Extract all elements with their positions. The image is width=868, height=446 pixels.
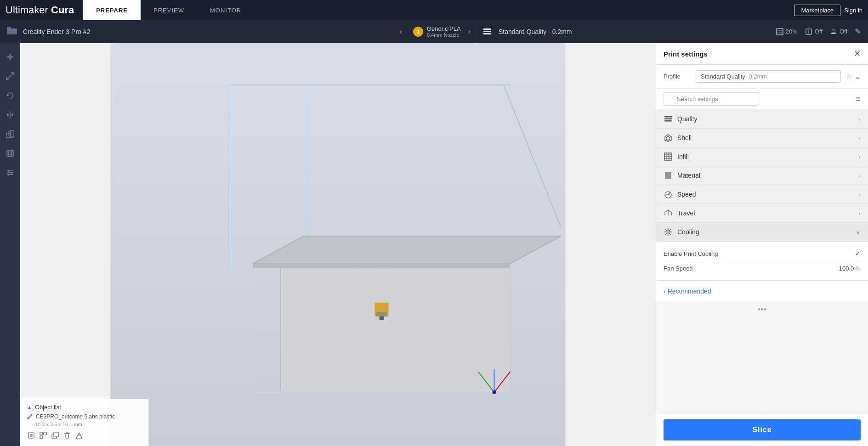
svg-line-132 — [665, 229, 667, 231]
favorite-profile-button[interactable]: ☆ — [845, 72, 852, 81]
printer-name: Creality Ender-3 Pro #2 — [23, 28, 392, 35]
close-print-settings-button[interactable]: ✕ — [854, 49, 861, 59]
svg-rect-99 — [44, 432, 46, 435]
travel-icon — [664, 209, 673, 218]
profile-row: Profile Standard Quality 0.2mm ☆ ⌄ — [656, 65, 868, 89]
svg-rect-2 — [483, 28, 491, 30]
nav-tabs: PREPARE PREVIEW MONITOR — [83, 0, 794, 20]
tool-scale[interactable] — [2, 68, 18, 85]
shell-label: Shell — [677, 134, 854, 141]
svg-line-133 — [669, 233, 671, 235]
object-name: CE3PRO_outcome 5 abs plastic — [36, 413, 115, 420]
edit-settings-button[interactable]: ✎ — [855, 27, 861, 36]
recommended-row: ‹ Recommended — [656, 281, 868, 301]
signin-button[interactable]: Sign in — [844, 7, 862, 14]
object-duplicate-btn[interactable] — [51, 431, 60, 441]
tool-move[interactable] — [2, 49, 18, 65]
svg-marker-19 — [11, 113, 13, 117]
cooling-label: Cooling — [677, 228, 851, 236]
slice-button-area: Slice — [656, 413, 868, 446]
cooling-icon — [664, 227, 673, 237]
viewport-canvas — [20, 43, 656, 446]
speed-chevron: ‹ — [859, 191, 861, 198]
search-settings-input[interactable] — [664, 92, 759, 106]
fan-speed-value[interactable]: 100.0 — [831, 265, 854, 272]
settings-item-travel[interactable]: Travel ‹ — [656, 204, 868, 223]
svg-marker-18 — [7, 113, 9, 117]
tab-monitor[interactable]: MONITOR — [197, 0, 254, 20]
viewport[interactable]: ▲ Object list CE3PRO_outcome 5 abs plast… — [20, 43, 656, 446]
settings-item-infill[interactable]: Infill ‹ — [656, 147, 868, 166]
cooling-fanspeed-row: Fan Speed 100.0 % — [664, 261, 861, 276]
chevron-up-icon: ▲ — [27, 404, 32, 411]
speed-label: Speed — [677, 191, 854, 198]
material-nozzle: 0.4mm Nozzle — [427, 32, 461, 38]
object-delete-btn[interactable] — [62, 431, 72, 441]
svg-rect-4 — [483, 33, 491, 34]
object-list-header: ▲ Object list — [27, 404, 142, 411]
enable-cooling-checkbox[interactable]: ✓ — [855, 250, 861, 257]
slice-button[interactable]: Slice — [664, 419, 861, 440]
right-panel: Print settings ✕ Profile Standard Qualit… — [656, 43, 868, 446]
tool-print-settings[interactable] — [2, 164, 18, 181]
object-list-item: CE3PRO_outcome 5 abs plastic — [27, 413, 142, 420]
topnav: Ultimaker Cura PREPARE PREVIEW MONITOR M… — [0, 0, 868, 20]
adhesion-icon — [830, 28, 837, 35]
travel-chevron: ‹ — [859, 210, 861, 217]
search-wrapper: ⌕ — [664, 92, 853, 106]
toolbar-right: Standard Quality - 0.2mm 20% Off — [476, 20, 868, 43]
folder-icon[interactable] — [5, 24, 19, 39]
toolbar-left: Creality Ender-3 Pro #2 ‹ 1 Generic PLA … — [0, 20, 476, 43]
fan-speed-label: Fan Speed — [664, 265, 831, 272]
svg-rect-3 — [483, 31, 491, 32]
material-chevron: ‹ — [859, 172, 861, 179]
tab-prepare[interactable]: PREPARE — [83, 0, 141, 20]
nav-right: Marketplace Sign in — [794, 5, 862, 16]
svg-point-92 — [493, 390, 496, 394]
object-dims: 10.3 x 3.6 x 10.1 mm — [27, 422, 142, 427]
tool-permodel[interactable] — [2, 126, 18, 142]
settings-item-shell[interactable]: Shell ‹ — [656, 129, 868, 147]
tab-preview[interactable]: PREVIEW — [141, 0, 197, 20]
tool-support[interactable] — [2, 145, 18, 162]
marketplace-button[interactable]: Marketplace — [794, 5, 840, 16]
svg-rect-24 — [7, 150, 13, 157]
infill-icon — [776, 28, 783, 35]
settings-item-cooling[interactable]: Cooling ∨ — [656, 223, 868, 242]
shell-chevron: ‹ — [859, 135, 861, 141]
svg-rect-98 — [40, 432, 43, 435]
object-list-label: Object list — [35, 404, 61, 411]
tool-mirror[interactable] — [2, 107, 18, 123]
settings-menu-button[interactable]: ≡ — [856, 94, 861, 104]
profile-chevron-button[interactable]: ⌄ — [855, 72, 861, 81]
tool-rotate[interactable] — [2, 87, 18, 104]
svg-rect-110 — [664, 120, 672, 122]
material-label: Material — [677, 172, 854, 179]
svg-marker-39 — [253, 236, 561, 264]
quality-icon — [664, 114, 673, 124]
settings-item-quality[interactable]: Quality ‹ — [656, 110, 868, 129]
shell-icon — [664, 133, 673, 142]
svg-rect-1 — [7, 27, 11, 29]
print-settings-header: Print settings ✕ — [656, 43, 868, 65]
material-arrow-btn[interactable]: › — [468, 28, 471, 36]
svg-rect-88 — [380, 316, 384, 320]
printer-arrow-btn[interactable]: ‹ — [396, 26, 406, 38]
object-arrange-btn[interactable] — [39, 431, 48, 441]
logo-text-bold: Cura — [51, 4, 74, 16]
profile-dropdown[interactable]: Standard Quality 0.2mm — [696, 70, 841, 83]
svg-point-34 — [8, 174, 10, 175]
support-icon — [805, 28, 812, 35]
settings-item-speed[interactable]: Speed ‹ — [656, 185, 868, 204]
recommended-button[interactable]: ‹ Recommended — [664, 288, 711, 295]
object-center-btn[interactable] — [27, 431, 36, 441]
more-options-dots[interactable]: ••• — [656, 301, 868, 318]
settings-item-material[interactable]: Material ‹ — [656, 166, 868, 185]
profile-dropdown-text: Standard Quality 0.2mm — [701, 73, 767, 80]
svg-rect-100 — [40, 436, 43, 439]
material-badge[interactable]: 1 Generic PLA 0.4mm Nozzle — [409, 25, 465, 38]
left-sidebar — [0, 43, 20, 446]
object-merge-btn[interactable] — [74, 431, 84, 441]
cooling-enable-row: Enable Print Cooling ✓ — [664, 246, 861, 261]
cooling-expanded-section: Enable Print Cooling ✓ Fan Speed 100.0 % — [656, 242, 868, 281]
